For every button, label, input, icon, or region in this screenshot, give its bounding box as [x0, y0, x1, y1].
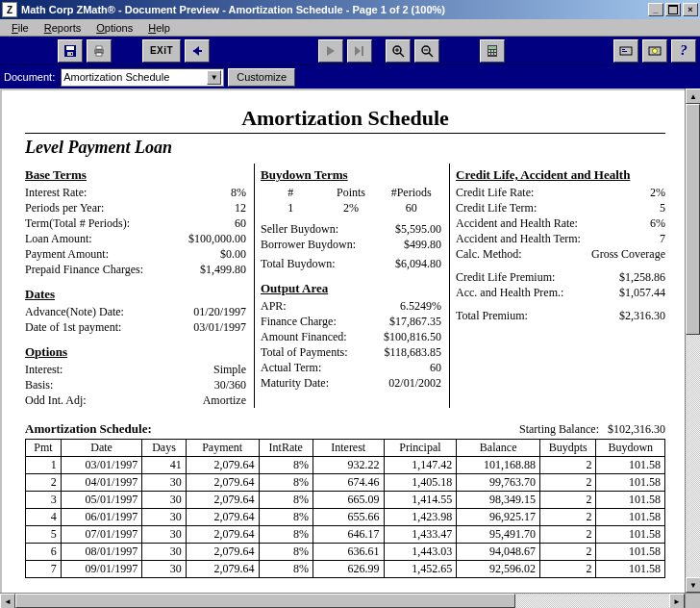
table-cell: 1 — [26, 457, 62, 474]
menu-reports[interactable]: Reports — [37, 21, 89, 35]
svg-rect-16 — [488, 46, 496, 49]
toolbar: EXiT ? Document: — [0, 37, 700, 89]
value: $1,258.86 — [619, 269, 665, 285]
scroll-right-button[interactable]: ► — [669, 594, 685, 608]
scroll-thumb[interactable] — [15, 594, 515, 608]
document-page: Amortization Schedule Level Payment Loan… — [2, 90, 685, 593]
value: 60 — [430, 360, 441, 375]
label: Date of 1st payment: — [25, 319, 121, 335]
table-row: 507/01/1997302,079.648%646.171,433.4795,… — [26, 526, 665, 544]
vertical-scrollbar[interactable]: ▲ ▼ — [685, 89, 700, 593]
table-cell: 2,079.64 — [186, 561, 259, 578]
scroll-track[interactable] — [515, 594, 669, 608]
label: Credit Life Term: — [456, 200, 537, 215]
table-cell: 08/01/1997 — [61, 544, 141, 561]
value: 2% — [321, 200, 382, 215]
value: $118,683.85 — [384, 344, 441, 360]
scroll-track[interactable] — [686, 335, 700, 577]
exit-button[interactable]: EXiT — [142, 39, 181, 63]
tool-b-icon — [648, 45, 662, 57]
table-cell: 2 — [539, 457, 595, 474]
starting-balance: Starting Balance: $102,316.30 — [519, 422, 665, 437]
help-button[interactable]: ? — [671, 39, 696, 63]
table-cell: 98,349.15 — [457, 492, 540, 509]
table-header-cell: Balance — [457, 440, 540, 457]
table-cell: 8% — [259, 457, 312, 474]
value: Amortize — [203, 393, 246, 408]
table-header-cell: IntRate — [259, 440, 312, 457]
prev-page-button[interactable] — [318, 39, 343, 63]
table-cell: 1,147.42 — [384, 457, 457, 474]
customize-button[interactable]: Customize — [228, 68, 295, 87]
table-cell: 636.61 — [312, 544, 384, 561]
menu-file[interactable]: File — [4, 21, 37, 35]
svg-rect-3 — [71, 53, 72, 55]
table-cell: 2 — [539, 474, 595, 492]
page-title: Amortization Schedule — [25, 106, 665, 131]
tool-a-button[interactable] — [613, 39, 638, 63]
close-button[interactable]: × — [683, 3, 698, 16]
value: 03/01/1997 — [193, 319, 246, 335]
label: Interest Rate: — [25, 185, 87, 200]
table-cell: 2 — [539, 492, 595, 509]
table-cell: 03/01/1997 — [61, 457, 141, 474]
svg-rect-25 — [622, 51, 627, 52]
label: Finance Charge: — [261, 314, 337, 329]
label: # — [261, 185, 321, 200]
horizontal-scrollbar[interactable]: ◄ ► — [0, 593, 685, 608]
scroll-up-button[interactable]: ▲ — [686, 89, 700, 104]
end-icon — [354, 45, 365, 57]
table-cell: 2,079.64 — [186, 474, 259, 492]
zoom-out-button[interactable] — [414, 39, 439, 63]
maximize-button[interactable] — [665, 3, 681, 16]
table-cell: 665.09 — [312, 492, 384, 509]
last-page-button[interactable] — [347, 39, 372, 63]
scroll-down-button[interactable]: ▼ — [686, 577, 700, 593]
value: 30/360 — [214, 377, 246, 393]
scroll-left-button[interactable]: ◄ — [0, 594, 15, 608]
section-options: Options — [25, 344, 246, 360]
table-cell: 1,443.03 — [384, 544, 457, 561]
scroll-thumb[interactable] — [686, 104, 700, 335]
tool-b-button[interactable] — [642, 39, 667, 63]
menu-help[interactable]: Help — [140, 21, 178, 35]
table-cell: 655.66 — [312, 509, 384, 526]
value: 60 — [235, 215, 246, 231]
table-header-cell: Pmt — [26, 440, 62, 457]
menu-options[interactable]: Options — [88, 21, 140, 35]
table-cell: 8% — [259, 526, 312, 544]
print-button[interactable] — [87, 39, 112, 63]
value: $2,316.30 — [619, 308, 665, 323]
back-arrow-icon — [190, 44, 204, 58]
label: Loan Amount: — [25, 231, 92, 246]
document-select[interactable]: Amortization Schedule ▼ — [61, 68, 224, 87]
label: Total Premium: — [456, 308, 528, 323]
value: Gross Coverage — [591, 246, 665, 262]
label: Term(Total # Periods): — [25, 215, 130, 231]
table-cell: 2,079.64 — [186, 544, 259, 561]
value: 1 — [261, 200, 321, 215]
svg-rect-6 — [96, 53, 102, 56]
zoom-in-button[interactable] — [386, 39, 411, 63]
value: 6% — [650, 215, 665, 231]
svg-line-9 — [400, 53, 404, 57]
save-button[interactable] — [58, 39, 83, 63]
table-cell: 30 — [142, 492, 186, 509]
value: $5,595.00 — [395, 221, 441, 237]
label: Credit Life Premium: — [456, 269, 555, 285]
table-cell: 101.58 — [596, 526, 665, 544]
table-cell: 101.58 — [596, 474, 665, 492]
value: $1,057.44 — [619, 285, 665, 300]
calculator-button[interactable] — [480, 39, 505, 63]
table-cell: 2 — [539, 509, 595, 526]
table-row: 406/01/1997302,079.648%655.661,423.9896,… — [26, 509, 665, 526]
minimize-button[interactable]: _ — [648, 3, 663, 16]
back-button[interactable] — [185, 39, 210, 63]
label: Odd Int. Adj: — [25, 393, 87, 408]
table-cell: 4 — [26, 509, 62, 526]
label: Payment Amount: — [25, 246, 109, 262]
table-cell: 1,405.18 — [384, 474, 457, 492]
chevron-down-icon: ▼ — [207, 70, 221, 85]
value: $499.80 — [404, 237, 441, 252]
table-header-row: PmtDateDaysPaymentIntRateInterestPrincip… — [26, 440, 665, 457]
